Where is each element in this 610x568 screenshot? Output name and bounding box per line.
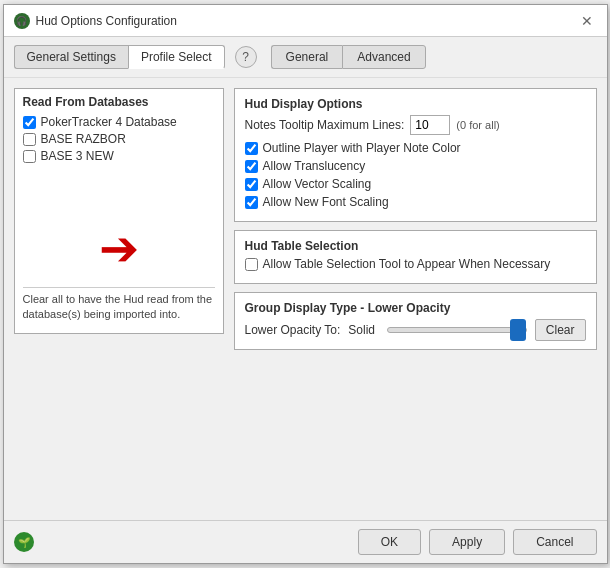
opacity-slider-thumb[interactable] (510, 319, 526, 341)
list-item: PokerTracker 4 Database (23, 115, 215, 129)
hud-table-title: Hud Table Selection (245, 239, 586, 253)
hud-checkbox-label-2: Allow Vector Scaling (263, 177, 372, 191)
db-label-0: PokerTracker 4 Database (41, 115, 177, 129)
db-label-2: BASE 3 NEW (41, 149, 114, 163)
hud-table-section: Hud Table Selection Allow Table Selectio… (234, 230, 597, 284)
window-title: Hud Options Configuration (36, 14, 177, 28)
databases-title: Read From Databases (23, 95, 215, 109)
left-note: Clear all to have the Hud read from the … (23, 287, 215, 327)
checkbox-row-1: Allow Translucency (245, 159, 586, 173)
tab-profile-select[interactable]: Profile Select (128, 45, 225, 69)
apply-button[interactable]: Apply (429, 529, 505, 555)
tooltip-row: Notes Tooltip Maximum Lines: 10 (0 for a… (245, 115, 586, 135)
tooltip-label: Notes Tooltip Maximum Lines: (245, 118, 405, 132)
tab-advanced[interactable]: Advanced (342, 45, 425, 69)
hud-display-title: Hud Display Options (245, 97, 586, 111)
ok-button[interactable]: OK (358, 529, 421, 555)
bottom-bar: 🌱 OK Apply Cancel (4, 520, 607, 563)
checkbox-row-3: Allow New Font Scaling (245, 195, 586, 209)
tooltip-note: (0 for all) (456, 119, 499, 131)
tab-general[interactable]: General (271, 45, 343, 69)
right-panel: Hud Display Options Notes Tooltip Maximu… (234, 88, 597, 510)
db-checkbox-1[interactable] (23, 133, 36, 146)
table-selection-checkbox[interactable] (245, 258, 258, 271)
right-tab-group: General Advanced (271, 45, 426, 69)
title-bar: 🎧 Hud Options Configuration ✕ (4, 5, 607, 37)
hud-checkbox-label-1: Allow Translucency (263, 159, 366, 173)
db-label-1: BASE RAZBOR (41, 132, 126, 146)
hud-display-section: Hud Display Options Notes Tooltip Maximu… (234, 88, 597, 222)
checkbox-row-2: Allow Vector Scaling (245, 177, 586, 191)
hud-checkbox-label-3: Allow New Font Scaling (263, 195, 389, 209)
db-checkbox-0[interactable] (23, 116, 36, 129)
tab-general-settings[interactable]: General Settings (14, 45, 128, 69)
left-tab-group: General Settings Profile Select (14, 45, 225, 69)
bottom-icon: 🌱 (14, 532, 34, 552)
hud-checkbox-label-0: Outline Player with Player Note Color (263, 141, 461, 155)
hud-checkbox-3[interactable] (245, 196, 258, 209)
clear-button[interactable]: Clear (535, 319, 586, 341)
opacity-value: Solid (348, 323, 375, 337)
table-checkbox-row: Allow Table Selection Tool to Appear Whe… (245, 257, 586, 271)
tooltip-input[interactable]: 10 (410, 115, 450, 135)
toolbar: General Settings Profile Select ? Genera… (4, 37, 607, 78)
group-display-section: Group Display Type - Lower Opacity Lower… (234, 292, 597, 350)
left-panel: Read From Databases PokerTracker 4 Datab… (14, 88, 224, 510)
close-button[interactable]: ✕ (577, 13, 597, 29)
bottom-buttons: OK Apply Cancel (358, 529, 597, 555)
group-display-title: Group Display Type - Lower Opacity (245, 301, 586, 315)
hud-checkbox-2[interactable] (245, 178, 258, 191)
title-bar-left: 🎧 Hud Options Configuration (14, 13, 177, 29)
right-arrow-icon: ➔ (99, 225, 139, 273)
list-item: BASE RAZBOR (23, 132, 215, 146)
main-content: Read From Databases PokerTracker 4 Datab… (4, 78, 607, 520)
arrow-container: ➔ (23, 215, 215, 283)
lower-opacity-row: Lower Opacity To: Solid Clear (245, 319, 586, 341)
database-list: PokerTracker 4 Database BASE RAZBOR BASE… (23, 115, 215, 215)
databases-group: Read From Databases PokerTracker 4 Datab… (14, 88, 224, 334)
cancel-button[interactable]: Cancel (513, 529, 596, 555)
table-selection-label: Allow Table Selection Tool to Appear Whe… (263, 257, 551, 271)
app-icon: 🎧 (14, 13, 30, 29)
list-item: BASE 3 NEW (23, 149, 215, 163)
checkbox-row-0: Outline Player with Player Note Color (245, 141, 586, 155)
help-button[interactable]: ? (235, 46, 257, 68)
hud-checkbox-0[interactable] (245, 142, 258, 155)
db-checkbox-2[interactable] (23, 150, 36, 163)
hud-checkbox-1[interactable] (245, 160, 258, 173)
main-window: 🎧 Hud Options Configuration ✕ General Se… (3, 4, 608, 564)
lower-opacity-label: Lower Opacity To: (245, 323, 341, 337)
